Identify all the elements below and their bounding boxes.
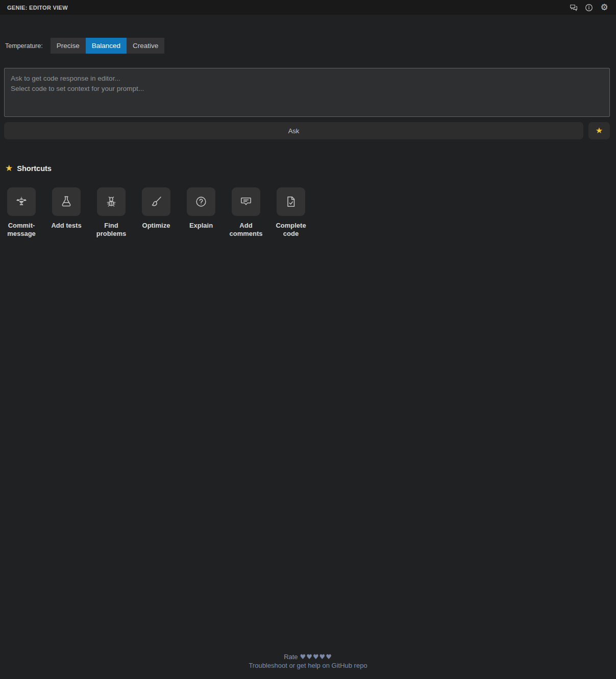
- panel-title: GENIE: EDITOR VIEW: [7, 5, 68, 11]
- bug-icon[interactable]: [97, 187, 126, 216]
- temperature-button-group: Precise Balanced Creative: [51, 38, 165, 54]
- paintbrush-icon[interactable]: [142, 187, 170, 216]
- star-icon: ★: [596, 127, 603, 135]
- shortcut-label: Commit-message: [1, 222, 42, 238]
- titlebar-actions: ⚙: [569, 2, 609, 13]
- shortcut-complete-code[interactable]: Complete code: [270, 187, 311, 238]
- shortcut-label: Complete code: [270, 222, 311, 238]
- temp-option-balanced[interactable]: Balanced: [86, 38, 127, 54]
- shortcut-label: Explain: [189, 222, 213, 230]
- favorite-button[interactable]: ★: [588, 122, 610, 139]
- shortcut-add-tests[interactable]: Add tests: [46, 187, 87, 238]
- question-circle-icon[interactable]: [187, 187, 215, 216]
- star-icon: ★: [5, 164, 13, 173]
- shortcut-label: Add tests: [51, 222, 81, 230]
- temperature-label: Temperature:: [5, 42, 43, 50]
- gear-icon[interactable]: ⚙: [599, 2, 609, 13]
- comment-icon[interactable]: [232, 187, 260, 216]
- info-icon[interactable]: [584, 2, 594, 13]
- shortcut-label: Find problems: [91, 222, 132, 238]
- hearts-icon: ♥♥♥♥♥: [300, 653, 332, 661]
- shortcut-commit-message[interactable]: Commit-message: [1, 187, 42, 238]
- shortcut-optimize[interactable]: Optimize: [136, 187, 177, 238]
- ask-row: Ask ★: [4, 122, 610, 139]
- shortcut-tiles: Commit-message Add tests Find problems: [0, 187, 616, 238]
- prompt-input[interactable]: [4, 68, 610, 117]
- temperature-row: Temperature: Precise Balanced Creative: [5, 38, 616, 54]
- footer: Rate♥♥♥♥♥ Troubleshoot or get help on Gi…: [0, 653, 616, 679]
- shortcuts-title: Shortcuts: [17, 164, 52, 173]
- shortcut-explain[interactable]: Explain: [181, 187, 221, 238]
- panel-titlebar: GENIE: EDITOR VIEW ⚙: [0, 0, 616, 15]
- temp-option-creative[interactable]: Creative: [127, 38, 164, 54]
- shortcuts-header: ★ Shortcuts: [5, 164, 616, 173]
- file-check-icon[interactable]: [277, 187, 305, 216]
- troubleshoot-link[interactable]: Troubleshoot or get help on GitHub repo: [0, 662, 616, 670]
- temp-option-precise[interactable]: Precise: [51, 38, 86, 54]
- rate-link[interactable]: Rate♥♥♥♥♥: [0, 653, 616, 661]
- comment-discussion-icon[interactable]: [569, 2, 579, 13]
- shortcut-add-comments[interactable]: Add comments: [226, 187, 266, 238]
- ask-button[interactable]: Ask: [4, 122, 583, 139]
- shortcut-find-problems[interactable]: Find problems: [91, 187, 132, 238]
- rate-label: Rate: [284, 653, 298, 661]
- shortcut-label: Optimize: [142, 222, 170, 230]
- beaker-icon[interactable]: [52, 187, 81, 216]
- shortcut-label: Add comments: [226, 222, 266, 238]
- genie-lamp-icon[interactable]: [7, 187, 36, 216]
